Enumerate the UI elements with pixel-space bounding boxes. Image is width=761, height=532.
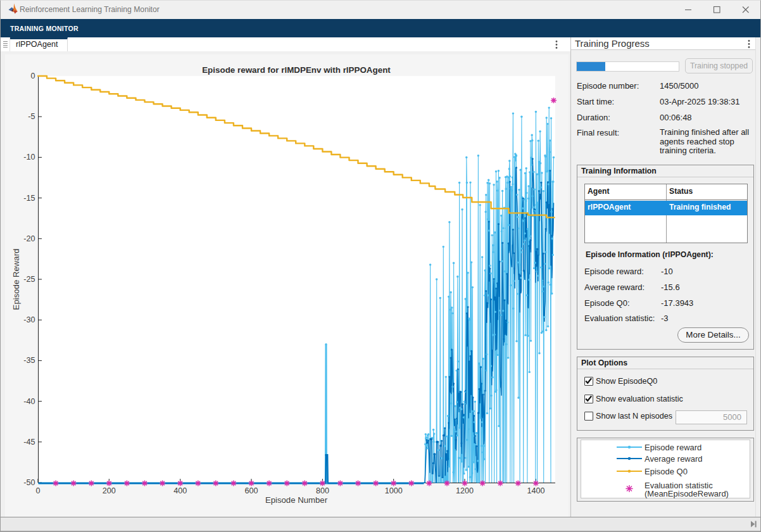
svg-text:(MeanEpisodeReward): (MeanEpisodeReward) [645,489,729,498]
svg-text:0: 0 [35,486,40,495]
svg-text:-50: -50 [23,478,35,487]
svg-text:Episode Q0: Episode Q0 [645,467,688,476]
svg-text:-5: -5 [28,112,35,121]
svg-text:400: 400 [173,486,187,495]
svg-text:600: 600 [244,486,258,495]
svg-text:-45: -45 [23,438,35,446]
svg-text:800: 800 [316,486,329,495]
svg-text:Episode Number: Episode Number [265,495,328,505]
svg-text:-10: -10 [23,153,35,162]
svg-text:Episode reward for rlMDPEnv wi: Episode reward for rlMDPEnv with rlPPOAg… [202,65,391,75]
svg-text:-20: -20 [23,234,35,243]
svg-text:0: 0 [30,72,35,80]
svg-text:-35: -35 [23,356,35,365]
svg-text:1000: 1000 [385,486,403,495]
svg-text:200: 200 [103,486,116,495]
svg-text:Average reward: Average reward [645,454,703,464]
svg-text:Episode reward: Episode reward [645,443,701,452]
svg-text:1400: 1400 [527,486,544,495]
svg-text:Episode Reward: Episode Reward [11,249,21,310]
svg-text:-25: -25 [23,275,35,284]
svg-text:-15: -15 [23,194,35,203]
svg-text:-30: -30 [23,315,35,324]
svg-text:-40: -40 [23,397,35,406]
svg-text:1200: 1200 [456,486,474,495]
